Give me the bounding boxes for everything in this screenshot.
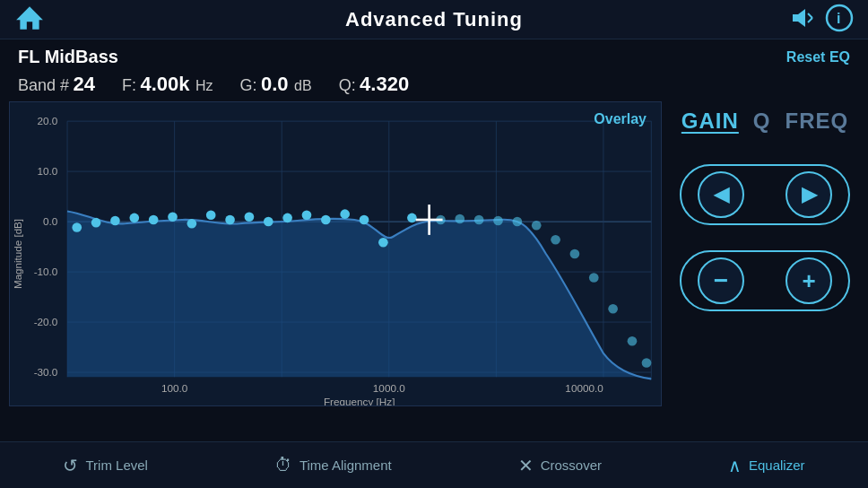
nav-equalizer[interactable]: ∧ Equalizer: [728, 455, 805, 476]
svg-point-32: [91, 218, 101, 228]
svg-point-34: [129, 214, 139, 223]
reset-eq-button[interactable]: Reset EQ: [786, 49, 850, 65]
freq-label: F:: [122, 76, 136, 94]
svg-point-44: [321, 215, 331, 225]
svg-text:20.0: 20.0: [38, 115, 58, 126]
svg-point-58: [608, 304, 618, 314]
svg-text:Frequency [Hz]: Frequency [Hz]: [324, 396, 395, 405]
svg-marker-1: [793, 9, 805, 27]
freq-param-button[interactable]: FREQ: [786, 109, 849, 134]
svg-point-42: [282, 214, 292, 223]
svg-point-53: [513, 217, 523, 227]
svg-point-55: [551, 235, 560, 245]
svg-point-40: [245, 213, 255, 222]
svg-text:0.0: 0.0: [43, 215, 58, 227]
svg-point-37: [187, 219, 197, 229]
header-icons: i: [787, 4, 854, 36]
time-alignment-label: Time Alignment: [299, 458, 392, 473]
svg-point-51: [474, 215, 484, 225]
next-button[interactable]: ▶: [786, 171, 832, 218]
home-button[interactable]: [14, 3, 45, 37]
minus-plus-control: − +: [680, 250, 850, 311]
nav-crossover[interactable]: ✕ Crossover: [518, 455, 602, 476]
channel-row: FL MidBass Reset EQ: [0, 39, 868, 71]
main-area: Overlay 20.0 10.0 0.0 -10.0 -20.0: [0, 101, 868, 406]
band-info-row: Band # 24 F: 4.00k Hz G: 0.0 dB Q: 4.320: [0, 71, 868, 101]
svg-point-33: [110, 216, 120, 226]
svg-point-54: [532, 221, 542, 231]
svg-point-36: [168, 213, 178, 222]
page-title: Advanced Tuning: [345, 8, 523, 31]
equalizer-label: Equalizer: [749, 458, 805, 473]
svg-point-45: [340, 209, 350, 219]
equalizer-icon: ∧: [728, 455, 742, 476]
bottom-nav: ↺ Trim Level ⏱ Time Alignment ✕ Crossove…: [0, 441, 868, 488]
info-icon[interactable]: i: [825, 4, 854, 36]
svg-line-2: [808, 13, 812, 18]
svg-line-3: [808, 18, 812, 22]
svg-point-57: [589, 273, 599, 283]
plus-button[interactable]: +: [786, 257, 832, 304]
svg-text:-10.0: -10.0: [34, 266, 58, 277]
gain-value: 0.0: [261, 73, 289, 95]
svg-point-35: [149, 215, 159, 225]
svg-text:10.0: 10.0: [38, 165, 58, 177]
header: Advanced Tuning i: [0, 0, 868, 39]
svg-point-59: [628, 336, 638, 346]
minus-button[interactable]: −: [698, 257, 744, 304]
svg-text:100.0: 100.0: [161, 382, 188, 394]
band-number: 24: [74, 73, 95, 95]
right-panel: GAIN Q FREQ ◀ ▶ − +: [671, 101, 859, 406]
svg-point-56: [570, 249, 580, 259]
eq-chart-container[interactable]: Overlay 20.0 10.0 0.0 -10.0 -20.0: [9, 101, 662, 406]
freq-value: 4.00k: [140, 73, 189, 95]
gain-label: G:: [240, 76, 257, 94]
svg-point-50: [455, 214, 464, 224]
svg-point-52: [493, 216, 503, 226]
svg-text:Magnitude [dB]: Magnitude [dB]: [12, 219, 23, 289]
svg-text:-30.0: -30.0: [34, 366, 58, 378]
svg-point-46: [360, 215, 369, 225]
svg-point-41: [264, 217, 273, 227]
band-label: Band #: [18, 76, 69, 94]
trim-level-icon: ↺: [63, 455, 78, 476]
gain-unit: dB: [294, 78, 312, 93]
svg-text:10000.0: 10000.0: [565, 382, 603, 394]
svg-marker-0: [16, 6, 43, 30]
svg-point-38: [206, 210, 216, 220]
time-alignment-icon: ⏱: [274, 455, 292, 475]
overlay-label: Overlay: [594, 111, 647, 127]
gain-param-button[interactable]: GAIN: [681, 109, 739, 134]
q-label: Q:: [339, 76, 356, 94]
svg-point-48: [407, 214, 417, 223]
svg-point-43: [302, 210, 312, 220]
svg-text:i: i: [837, 11, 840, 26]
prev-button[interactable]: ◀: [698, 171, 744, 218]
trim-level-label: Trim Level: [85, 458, 147, 473]
freq-unit: Hz: [195, 78, 213, 93]
param-selector: GAIN Q FREQ: [671, 101, 859, 137]
svg-point-60: [642, 358, 652, 368]
svg-point-47: [378, 238, 388, 248]
svg-point-39: [225, 215, 235, 225]
speaker-icon[interactable]: [787, 4, 816, 36]
q-value: 4.320: [360, 73, 409, 95]
crossover-icon: ✕: [518, 455, 534, 476]
crossover-label: Crossover: [541, 458, 602, 473]
q-param-button[interactable]: Q: [753, 109, 771, 134]
eq-chart-svg: 20.0 10.0 0.0 -10.0 -20.0 -30.0 Magnitud…: [10, 102, 661, 405]
prev-next-control: ◀ ▶: [680, 164, 850, 225]
nav-time-alignment[interactable]: ⏱ Time Alignment: [274, 455, 392, 475]
svg-point-31: [72, 222, 82, 232]
nav-trim-level[interactable]: ↺ Trim Level: [63, 455, 147, 476]
svg-text:-20.0: -20.0: [34, 316, 58, 327]
svg-text:1000.0: 1000.0: [373, 382, 405, 394]
channel-name: FL MidBass: [18, 47, 118, 67]
